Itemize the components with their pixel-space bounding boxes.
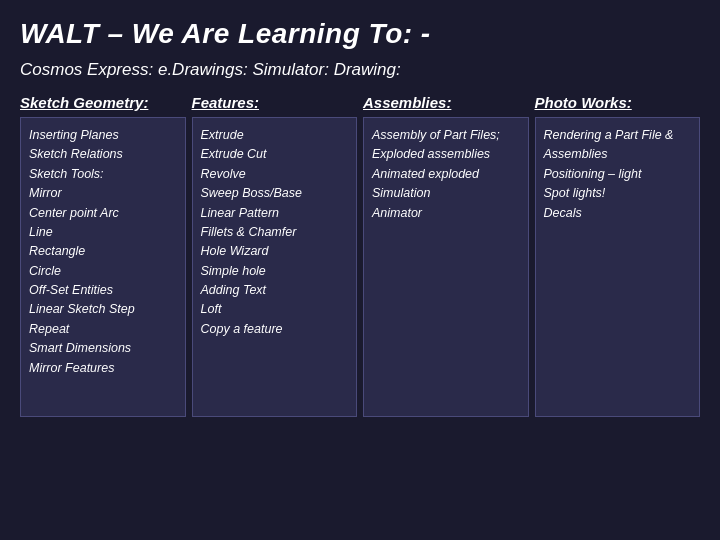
subtitle: Cosmos Express: e.Drawings: Simulator: D… — [20, 60, 700, 80]
list-item: Decals — [544, 206, 582, 220]
list-item: Rectangle — [29, 244, 85, 258]
list-item: Positioning – light — [544, 167, 642, 181]
list-item: Animator — [372, 206, 422, 220]
list-item: Simple hole — [201, 264, 266, 278]
col-header-assemblies: Assemblies: — [363, 94, 529, 111]
list-item: Assembly of Part Files; — [372, 128, 500, 142]
main-title: WALT – We Are Learning To: - — [20, 18, 700, 50]
col-features: ExtrudeExtrude CutRevolveSweep Boss/Base… — [192, 117, 358, 417]
col-header-features: Features: — [192, 94, 358, 111]
list-item: Mirror Features — [29, 361, 114, 375]
list-item: Sketch Relations — [29, 147, 123, 161]
list-item: Copy a feature — [201, 322, 283, 336]
list-item: Hole Wizard — [201, 244, 269, 258]
list-item: Sweep Boss/Base — [201, 186, 302, 200]
list-item: Off-Set Entities — [29, 283, 113, 297]
list-item: Extrude — [201, 128, 244, 142]
list-item: Linear Sketch Step — [29, 302, 135, 316]
columns-header: Sketch Geometry: Features: Assemblies: P… — [20, 94, 700, 111]
list-item: Exploded assemblies — [372, 147, 490, 161]
list-item: Center point Arc — [29, 206, 119, 220]
list-item: Simulation — [372, 186, 430, 200]
list-item: Loft — [201, 302, 222, 316]
col-sketch: Inserting PlanesSketch RelationsSketch T… — [20, 117, 186, 417]
col-photoworks: Rendering a Part File & AssembliesPositi… — [535, 117, 701, 417]
list-item: Inserting Planes — [29, 128, 119, 142]
list-item: Fillets & Chamfer — [201, 225, 297, 239]
list-item: Smart Dimensions — [29, 341, 131, 355]
col-header-sketch: Sketch Geometry: — [20, 94, 186, 111]
list-item: Adding Text — [201, 283, 267, 297]
page: WALT – We Are Learning To: - Cosmos Expr… — [0, 0, 720, 540]
list-item: Linear Pattern — [201, 206, 280, 220]
list-item: Repeat — [29, 322, 69, 336]
list-item: Animated exploded — [372, 167, 479, 181]
list-item: Mirror — [29, 186, 62, 200]
col-header-photoworks: Photo Works: — [535, 94, 701, 111]
list-item: Revolve — [201, 167, 246, 181]
columns-content: Inserting PlanesSketch RelationsSketch T… — [20, 117, 700, 417]
list-item: Rendering a Part File & Assemblies — [544, 128, 674, 161]
list-item: Circle — [29, 264, 61, 278]
list-item: Line — [29, 225, 53, 239]
list-item: Spot lights! — [544, 186, 606, 200]
list-item: Extrude Cut — [201, 147, 267, 161]
list-item: Sketch Tools: — [29, 167, 104, 181]
col-assemblies: Assembly of Part Files;Exploded assembli… — [363, 117, 529, 417]
